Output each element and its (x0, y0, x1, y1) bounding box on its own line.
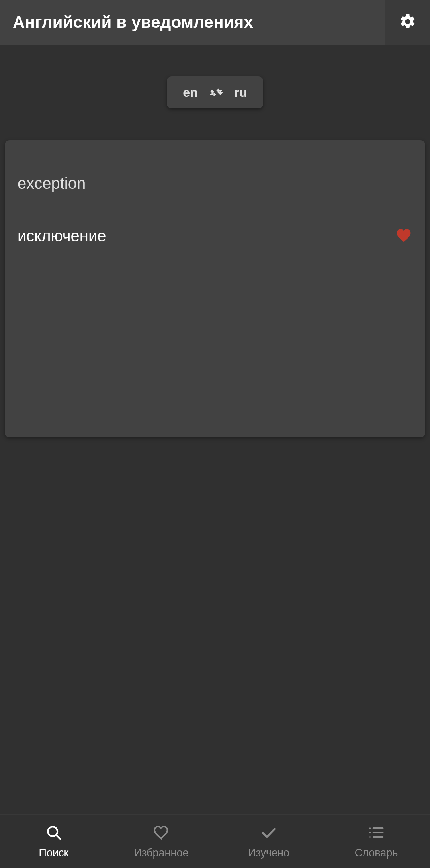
app-title: Английский в уведомлениях (13, 13, 253, 32)
screen: Английский в уведомлениях en ru исключен… (0, 0, 430, 868)
appbar: Английский в уведомлениях (0, 0, 430, 45)
language-switch[interactable]: en ru (167, 76, 263, 108)
swap-icon (208, 84, 224, 100)
nav-learned[interactable]: Изучено (215, 815, 322, 868)
content: en ru исключение (0, 45, 430, 814)
heart-outline-icon (152, 824, 170, 843)
svg-marker-0 (210, 94, 213, 95)
list-icon (367, 824, 385, 843)
nav-search-label: Поиск (39, 847, 69, 859)
heart-icon (395, 227, 412, 245)
settings-button[interactable] (385, 0, 430, 45)
nav-favorites[interactable]: Избранное (108, 815, 215, 868)
lang-from-label: en (183, 85, 197, 100)
bottom-nav: Поиск Избранное Изучено Словарь (0, 814, 430, 868)
svg-point-10 (369, 832, 371, 833)
search-card: исключение (5, 140, 425, 437)
lang-to-label: ru (235, 85, 247, 100)
svg-marker-2 (219, 90, 222, 91)
nav-search[interactable]: Поиск (0, 815, 108, 868)
svg-marker-1 (213, 92, 216, 96)
svg-point-9 (369, 827, 371, 829)
svg-marker-3 (216, 88, 219, 92)
nav-dictionary[interactable]: Словарь (322, 815, 430, 868)
svg-line-5 (56, 835, 60, 839)
lang-switch-wrapper: en ru (0, 45, 430, 140)
check-icon (260, 824, 278, 843)
nav-dictionary-label: Словарь (355, 847, 398, 859)
nav-learned-label: Изучено (248, 847, 289, 859)
nav-favorites-label: Избранное (134, 847, 189, 859)
favorite-button[interactable] (395, 227, 412, 245)
search-input[interactable] (18, 153, 412, 202)
svg-point-11 (369, 836, 371, 838)
search-icon (45, 824, 63, 843)
result-row: исключение (5, 202, 425, 245)
translation-text: исключение (18, 227, 106, 245)
gear-icon (399, 13, 416, 32)
